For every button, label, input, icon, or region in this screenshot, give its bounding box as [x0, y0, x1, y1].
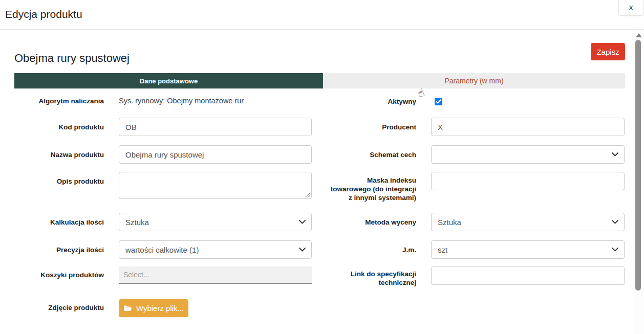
chevron-down-icon [299, 220, 306, 224]
kod-produktu-label: Kod produktu [14, 123, 104, 131]
chevron-down-icon [612, 220, 618, 224]
koszyki-produktow-label: Koszyki produktów [14, 271, 104, 279]
tab-dane-podstawowe[interactable]: Dane podstawowe [14, 73, 323, 88]
page-title: Obejma rury spustowej [14, 52, 130, 65]
check-icon [436, 99, 441, 104]
koszyki-produktow-placeholder: Select... [123, 271, 149, 279]
jm-select[interactable]: szt [431, 240, 625, 259]
save-button[interactable]: Zapisz [591, 43, 625, 60]
kalkulacja-ilosci-select[interactable]: Sztuka [119, 213, 312, 231]
opis-produktu-label: Opis produktu [14, 177, 104, 186]
opis-produktu-textarea-wrap [119, 172, 312, 199]
scroll-up-arrow-icon[interactable] [636, 33, 642, 37]
scrollbar-track[interactable] [634, 30, 644, 334]
kalkulacja-ilosci-label: Kalkulacja ilości [14, 218, 104, 227]
precyzja-ilosci-select[interactable]: wartości całkowite (1) [119, 240, 312, 259]
schemat-cech-select[interactable] [431, 145, 625, 164]
kalkulacja-ilosci-selected: Sztuka [125, 218, 149, 227]
koszyki-produktow-multiselect[interactable]: Select... [119, 266, 312, 284]
metoda-wyceny-label: Metoda wyceny [327, 218, 416, 227]
save-button-label: Zapisz [596, 48, 619, 56]
metoda-wyceny-selected: Sztuka [438, 218, 461, 227]
link-specyfikacji-label: Link do specyfikacji technicznej [327, 270, 416, 287]
algorytm-naliczania-value: Sys. rynnowy: Obejmy montażowe rur [119, 97, 244, 105]
edit-product-modal: Edycja produktu X Obejma rury spustowej … [0, 0, 644, 334]
kod-produktu-input[interactable] [119, 118, 312, 136]
producent-input[interactable] [431, 118, 625, 136]
scrollbar-thumb[interactable] [635, 40, 641, 291]
close-button[interactable]: X [618, 0, 643, 16]
header-divider [0, 29, 644, 30]
wybierz-plik-button[interactable]: Wybierz plik... [119, 299, 188, 317]
precyzja-ilosci-selected: wartości całkowite (1) [125, 246, 199, 254]
zdjecie-produktu-label: Zdjęcie produktu [14, 303, 104, 312]
opis-produktu-textarea[interactable] [119, 172, 312, 199]
tab-parametry-label: Parametry (w mm) [444, 77, 503, 85]
tab-dane-podstawowe-label: Dane podstawowe [140, 77, 198, 85]
modal-title: Edycja produktu [5, 8, 82, 20]
tab-parametry[interactable]: Parametry (w mm) [323, 73, 625, 88]
algorytm-naliczania-label: Algorytm naliczania [14, 97, 104, 105]
schemat-cech-label: Schemat cech [327, 150, 416, 159]
precyzja-ilosci-label: Precyzja ilości [14, 246, 104, 254]
jm-selected: szt [438, 246, 447, 254]
chevron-down-icon [612, 152, 618, 157]
nazwa-produktu-input[interactable] [119, 145, 312, 164]
maska-indeksu-label: Maska indeksu towarowego (do integracji … [327, 176, 416, 202]
link-specyfikacji-input[interactable] [431, 266, 625, 285]
chevron-down-icon [299, 248, 306, 252]
wybierz-plik-label: Wybierz plik... [136, 304, 184, 313]
chevron-down-icon [612, 248, 618, 252]
nazwa-produktu-label: Nazwa produktu [14, 150, 104, 159]
aktywny-label: Aktywny [327, 97, 416, 106]
maska-indeksu-input[interactable] [431, 172, 625, 190]
metoda-wyceny-select[interactable]: Sztuka [431, 213, 625, 231]
folder-open-icon [123, 305, 132, 311]
tab-bar: Dane podstawowe Parametry (w mm) [14, 73, 625, 88]
jm-label: J.m. [327, 246, 416, 254]
aktywny-checkbox[interactable] [435, 98, 442, 105]
close-icon: X [629, 4, 633, 12]
producent-label: Producent [327, 123, 416, 131]
